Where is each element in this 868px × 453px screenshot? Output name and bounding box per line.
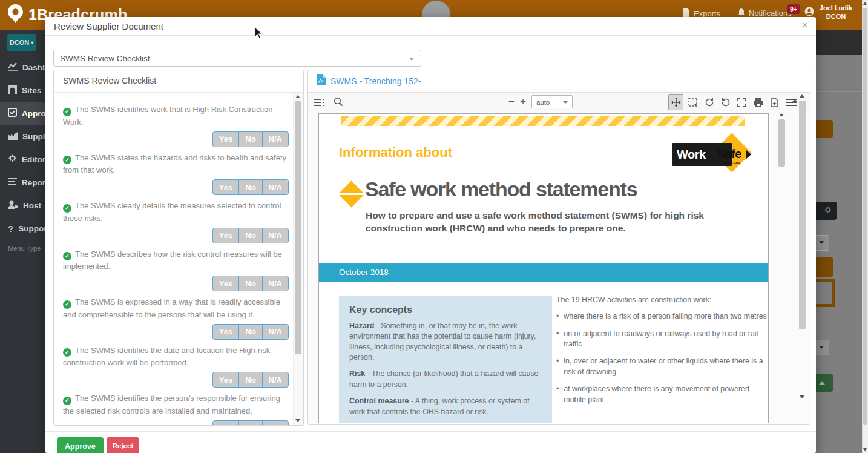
no-button[interactable]: No [238,131,262,147]
page-scrollbar[interactable] [862,0,868,453]
scroll-down-icon[interactable] [863,448,867,451]
scrollbar-thumb[interactable] [863,8,867,425]
na-button[interactable]: N/A [262,276,289,291]
check-circle-icon [63,204,71,213]
yes-button[interactable]: Yes [212,228,239,243]
checklist-item: The SWMS clearly details the measures se… [63,200,291,243]
key-concepts-title: Key concepts [349,305,542,316]
logo-arrow [746,150,751,159]
checklist-item-text: The SWMS clearly details the measures se… [63,201,281,223]
checklist-select[interactable]: SWMS Review Checklist [53,50,421,67]
scrollbar-thumb[interactable] [799,101,806,329]
rotate-cw-icon[interactable] [702,95,716,110]
pdf-panel-scrollbar[interactable] [798,94,806,398]
sidebar-item-sites[interactable]: Sites [0,79,45,102]
sidebar-item-suppliers[interactable]: Suppliers [0,125,45,148]
divider [816,91,862,92]
na-button[interactable]: N/A [262,179,289,195]
sidebar-item-editor[interactable]: Editor [0,148,45,171]
sidebar-item-host[interactable]: Host [0,194,45,217]
print-icon[interactable] [751,95,765,110]
yes-button[interactable]: Yes [212,420,239,426]
pdf-doc-title-link[interactable]: SWMS - Trenching 152- [330,76,421,86]
expand-icon[interactable] [735,95,749,110]
checklist-item: The SWMS describes how the risk control … [63,248,291,292]
menu-icon[interactable] [784,95,798,110]
sidebar-item-support[interactable]: ? Support [0,217,45,240]
yes-button[interactable]: Yes [212,131,239,147]
check-circle-icon [63,108,71,116]
caret-up-icon [819,381,825,385]
scroll-up-icon[interactable] [800,94,804,98]
hrcw-column: The 19 HRCW activities are construction … [556,295,769,412]
hrcw-bullet: • on or adjacent to roadways or railways… [556,329,769,350]
scrollbar-thumb[interactable] [778,119,785,167]
marquee-select-icon[interactable] [686,95,700,110]
zoom-level-select[interactable]: auto [531,95,573,108]
no-button[interactable]: No [238,276,262,291]
scroll-up-icon[interactable] [295,95,300,98]
scroll-down-icon[interactable] [295,419,300,422]
na-button[interactable]: N/A [262,131,289,147]
reject-button[interactable]: Reject [107,437,140,453]
checklist-item-text: The SWMS is expressed in a way that is r… [63,297,280,319]
chevron-down-icon [819,346,824,349]
pdf-date-bar: October 2018 [319,263,768,282]
gear-icon [824,205,832,216]
no-button[interactable]: No [238,228,262,243]
save-page-icon[interactable] [768,95,781,110]
yes-button[interactable]: Yes [212,372,239,388]
no-button[interactable]: No [238,420,262,426]
checklist-scrollbar[interactable] [293,93,303,425]
pdf-card-header: SWMS - Trenching 152- [308,70,810,93]
scrollbar-thumb[interactable] [295,101,301,354]
na-button[interactable]: N/A [262,324,289,340]
checklist-item: The SWMS states the hazards and risks to… [63,152,291,196]
sidebar-nav: Dashboard Sites Approvals Suppliers Edit… [0,56,45,252]
sidebar-item-reports[interactable]: Reports [0,171,45,194]
hrcw-bullets: • where there is a risk of a person fall… [556,311,769,405]
yes-button[interactable]: Yes [212,276,239,291]
scroll-up-icon[interactable] [863,2,867,5]
sidebar-item-dashboard[interactable]: Dashboard [0,56,45,79]
checklist-card-header: SWMS Review Checklist [54,70,303,93]
hrcw-bullet: • at workplaces where there is any movem… [556,384,769,405]
chevron-down-icon [409,58,414,61]
close-icon[interactable]: × [802,19,808,31]
pdf-eyebrow: Information about [339,145,452,160]
user-org: DCON [815,12,856,21]
search-icon[interactable] [334,97,343,109]
na-button[interactable]: N/A [262,420,289,426]
zoom-out-icon[interactable]: − [508,94,515,109]
modal-title: Review Supplier Document [54,21,163,31]
no-button[interactable]: No [238,324,262,340]
user-gear-icon [8,200,18,211]
scroll-up-icon[interactable] [792,99,797,102]
sidebar-toggle-icon[interactable] [314,98,324,108]
scroll-up-icon[interactable] [779,113,784,116]
pdf-document-scrollbar[interactable] [778,111,786,423]
pdf-toolbar: − + auto [308,93,810,111]
sidebar-item-approvals[interactable]: Approvals [0,102,45,125]
check-square-icon [8,108,17,119]
org-switcher-button[interactable]: DCON ▾ [7,34,36,51]
pdf-page: Information about Work Safe VICTORIA Saf… [318,113,769,423]
checklist-item: The SWMS identifies the person/s respons… [63,392,291,425]
user-menu[interactable]: Joel Ludik DCON [815,4,856,21]
na-button[interactable]: N/A [262,228,289,243]
yes-button[interactable]: Yes [212,324,239,340]
no-button[interactable]: No [238,372,262,388]
question-icon: ? [8,223,13,234]
no-button[interactable]: No [238,179,262,195]
checklist-body: The SWMS identifies work that is High Ri… [54,93,294,425]
rotate-ccw-icon[interactable] [718,95,732,110]
zoom-in-icon[interactable]: + [520,94,526,109]
scroll-down-icon[interactable] [800,395,804,398]
approve-button[interactable]: Approve [57,437,104,453]
checklist-item: The SWMS identifies the date and locatio… [63,345,291,388]
answer-button-group: Yes No N/A [63,420,289,426]
sidebar: DCON ▾ Dashboard Sites Approvals Supplie… [0,30,45,453]
yes-button[interactable]: Yes [212,179,239,195]
na-button[interactable]: N/A [262,372,289,388]
pan-tool-button[interactable] [668,94,683,110]
